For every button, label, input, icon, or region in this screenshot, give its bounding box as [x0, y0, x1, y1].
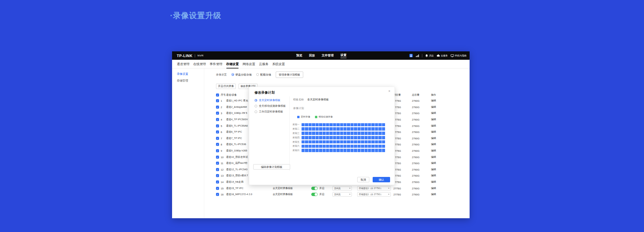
edit-link[interactable]: 编辑: [431, 193, 436, 196]
radio-icon: [256, 73, 259, 76]
edit-link[interactable]: 编辑: [431, 105, 436, 109]
sidebar-item-storage-management[interactable]: 存储管理: [172, 78, 204, 84]
chevron-down-icon: [349, 188, 351, 189]
row-index: 6: [221, 131, 222, 134]
row-checkbox[interactable]: [216, 137, 219, 140]
row-checkbox[interactable]: [216, 149, 219, 152]
total-capacity: 2790G: [412, 137, 425, 140]
tab-event-management[interactable]: 事件管理: [210, 60, 222, 68]
row-checkbox[interactable]: [216, 118, 219, 121]
edit-link[interactable]: 编辑: [431, 124, 436, 128]
chevron-down-icon: [388, 194, 389, 195]
local-device-button[interactable]: 本机与指南: [450, 54, 467, 57]
total-capacity: 2790G: [412, 131, 425, 134]
nav-preview[interactable]: 预览: [296, 53, 302, 58]
cloud-service-button[interactable]: 云服务: [436, 54, 448, 57]
edit-link[interactable]: 编辑: [431, 149, 436, 152]
row-checkbox[interactable]: [216, 181, 219, 184]
modal-title: 修改录像计划: [255, 90, 275, 95]
template-option-allday-timed[interactable]: 全天定时录像模板: [255, 98, 286, 102]
template-option-allday-motion[interactable]: 全天移动侦测录像模板: [255, 104, 286, 108]
available-capacity: 2775G: [393, 162, 407, 165]
edit-link[interactable]: 编辑: [431, 99, 436, 102]
cancel-button[interactable]: 取消: [357, 177, 369, 182]
select-all-checkbox[interactable]: [216, 94, 219, 97]
main-nav: 预览 回放 文件管理 设置: [296, 51, 346, 60]
storage-select[interactable]: 存储盘组1（余 2775G）: [357, 192, 391, 197]
tab-channel-management[interactable]: 通道管理: [177, 60, 190, 68]
schedule-day-row: 星期六: [288, 144, 385, 148]
signal-status-button[interactable]: [416, 54, 419, 57]
user-account-button[interactable]: [409, 54, 413, 57]
close-icon[interactable]: ×: [388, 89, 390, 93]
schedule-day-row: 星期四: [288, 135, 385, 140]
page-title: ·录像设置升级: [170, 10, 221, 21]
radio-icon: [255, 105, 257, 107]
edit-link[interactable]: 编辑: [431, 174, 436, 177]
row-checkbox[interactable]: [216, 99, 219, 102]
nav-settings[interactable]: 设置: [340, 53, 346, 58]
edit-link[interactable]: 编辑: [431, 180, 436, 184]
tab-cloud-service[interactable]: 云服务: [259, 60, 269, 68]
header-seq: 序号: [221, 93, 226, 97]
stream-select[interactable]: 主码流: [332, 192, 352, 197]
edit-link[interactable]: 编辑: [431, 130, 436, 134]
row-index: 1: [221, 99, 222, 102]
total-capacity: 2790G: [412, 149, 425, 152]
row-checkbox[interactable]: [216, 193, 219, 196]
row-checkbox[interactable]: [216, 155, 219, 158]
edit-link[interactable]: 编辑: [431, 143, 436, 146]
edit-link[interactable]: 编辑: [431, 118, 436, 121]
row-checkbox[interactable]: [216, 105, 219, 108]
schedule-day-row: 星期二: [288, 127, 385, 131]
row-checkbox[interactable]: [216, 187, 219, 190]
record-toggle[interactable]: [311, 193, 318, 196]
row-index: 14: [221, 181, 223, 184]
radio-disk-group-storage[interactable]: 硬盘分组存储: [231, 73, 252, 77]
total-capacity: 2790G: [412, 112, 425, 115]
storage-select[interactable]: 存储盘组1（余 2775G）: [357, 186, 391, 190]
sidebar-item-record-settings[interactable]: 录像设置: [172, 71, 204, 78]
legend-motion-record: 移动侦测录像: [315, 115, 333, 119]
row-checkbox[interactable]: [216, 143, 219, 146]
nav-playback[interactable]: 回放: [309, 53, 315, 58]
chevron-down-icon: [388, 188, 389, 189]
tab-storage-settings[interactable]: 存储设置: [226, 60, 239, 68]
tab-network-settings[interactable]: 网络设置: [243, 60, 255, 68]
total-capacity: 2790G: [412, 181, 425, 184]
edit-link[interactable]: 编辑: [431, 137, 436, 140]
tab-system-settings[interactable]: 系统设置: [272, 60, 285, 68]
day-label: 星期六: [288, 144, 302, 148]
nav-file-management[interactable]: 文件管理: [322, 53, 334, 58]
row-index: 3: [221, 112, 222, 115]
row-checkbox[interactable]: [216, 168, 219, 171]
manage-template-button[interactable]: 管理录像计划模板: [276, 72, 303, 78]
record-toggle[interactable]: [311, 187, 318, 190]
confirm-button[interactable]: 确认: [373, 177, 390, 182]
radio-quota-storage[interactable]: 配额存储: [256, 73, 271, 77]
edit-template-button[interactable]: 编辑录像计划模板: [253, 164, 290, 170]
row-checkbox[interactable]: [216, 162, 219, 165]
edit-link[interactable]: 编辑: [431, 111, 436, 115]
schedule-legend: 定时录像 移动侦测录像: [297, 115, 333, 119]
edit-link[interactable]: 编辑: [431, 161, 436, 165]
edit-link[interactable]: 编辑: [431, 168, 436, 171]
row-checkbox[interactable]: [216, 112, 219, 115]
toggle-record-button[interactable]: 开启/关闭录像: [216, 84, 236, 89]
legend-label: 定时录像: [301, 115, 310, 119]
row-checkbox-cell: [216, 174, 219, 177]
edit-link[interactable]: 编辑: [431, 187, 436, 190]
day-label: 星期一: [288, 123, 302, 126]
row-checkbox[interactable]: [216, 174, 219, 177]
stream-select[interactable]: 主码流: [332, 186, 352, 190]
row-checkbox[interactable]: [216, 124, 219, 127]
schedule-day-bar: [302, 127, 385, 131]
tab-online-management[interactable]: 在线管理: [193, 60, 206, 68]
edit-link[interactable]: 编辑: [431, 155, 436, 159]
messages-button[interactable]: 消息: [425, 54, 434, 57]
row-checkbox-cell: [216, 168, 219, 171]
row-checkbox[interactable]: [216, 131, 219, 134]
template-name-value: 全天定时录像模板: [307, 98, 329, 101]
monitor-icon: [450, 54, 454, 57]
template-option-workday-timed[interactable]: 工作日定时录像模板: [255, 110, 286, 113]
